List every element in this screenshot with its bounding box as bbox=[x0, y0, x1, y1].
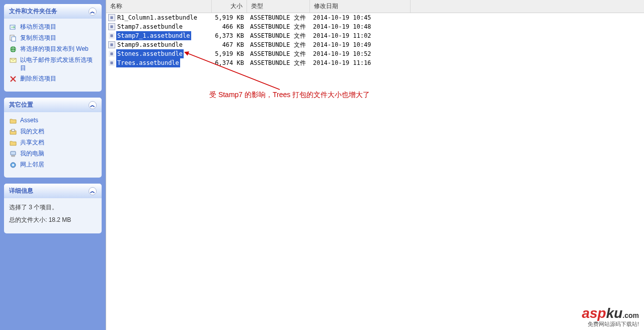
svg-point-10 bbox=[12, 164, 14, 166]
place-label: 我的文档 bbox=[20, 128, 44, 136]
task-delete[interactable]: 删除所选项目 bbox=[9, 73, 97, 85]
place-label: 我的电脑 bbox=[20, 150, 44, 158]
file-type: ASSETBUNDLE 文件 bbox=[247, 58, 310, 67]
chevron-up-icon[interactable]: ︽ bbox=[89, 8, 97, 16]
col-size-header[interactable]: 大小 bbox=[212, 0, 247, 13]
place-label: Assets bbox=[20, 117, 38, 125]
task-label: 以电子邮件形式发送所选项目 bbox=[20, 56, 97, 72]
network-icon bbox=[9, 161, 17, 169]
file-name: Stamp9.assetbundle bbox=[116, 40, 184, 49]
file-type: ASSETBUNDLE 文件 bbox=[247, 49, 310, 58]
file-type: ASSETBUNDLE 文件 bbox=[247, 13, 310, 22]
details-selection-count: 选择了 3 个项目。 bbox=[9, 201, 97, 214]
task-publish[interactable]: 将选择的项目发布到 Web bbox=[9, 44, 97, 55]
task-copy[interactable]: 复制所选项目 bbox=[9, 33, 97, 44]
tasks-body: 移动所选项目 复制所选项目 将选择的项目发布到 Web 以电子邮件形式发送所选项… bbox=[4, 19, 102, 88]
file-row[interactable]: ▦Stamp7.assetbundle466 KBASSETBUNDLE 文件2… bbox=[106, 22, 644, 31]
file-name: Stamp7.assetbundle bbox=[116, 22, 184, 31]
place-assets[interactable]: Assets bbox=[9, 115, 97, 126]
place-network[interactable]: 网上邻居 bbox=[9, 159, 97, 171]
details-header[interactable]: 详细信息 ︽ bbox=[4, 184, 102, 198]
svg-rect-7 bbox=[11, 151, 16, 155]
file-date: 2014-10-19 10:48 bbox=[310, 22, 411, 31]
file-row[interactable]: ▦Stamp9.assetbundle467 KBASSETBUNDLE 文件2… bbox=[106, 40, 644, 49]
email-icon bbox=[9, 56, 17, 64]
file-date: 2014-10-19 10:49 bbox=[310, 40, 411, 49]
chevron-up-icon[interactable]: ︽ bbox=[89, 101, 97, 109]
file-name: Trees.assetbundle bbox=[116, 58, 180, 67]
tasks-header[interactable]: 文件和文件夹任务 ︽ bbox=[4, 4, 102, 19]
publish-icon bbox=[9, 45, 17, 53]
task-label: 将选择的项目发布到 Web bbox=[20, 45, 89, 53]
places-title: 其它位置 bbox=[9, 101, 33, 109]
col-name-header[interactable]: 名称 bbox=[106, 0, 212, 13]
watermark-tagline: 免费网站源码下载站! bbox=[582, 320, 639, 328]
folder-icon bbox=[9, 117, 17, 125]
file-row[interactable]: ▦Stamp7_1.assetbundle6,373 KBASSETBUNDLE… bbox=[106, 31, 644, 40]
file-type: ASSETBUNDLE 文件 bbox=[247, 22, 310, 31]
file-name: R1_Column1.assetbundle bbox=[116, 13, 198, 22]
file-list: ▦R1_Column1.assetbundle5,919 KBASSETBUND… bbox=[106, 13, 644, 67]
task-label: 删除所选项目 bbox=[20, 75, 56, 83]
place-label: 网上邻居 bbox=[20, 161, 44, 169]
place-shared[interactable]: 共享文档 bbox=[9, 137, 97, 148]
places-body: Assets 我的文档 共享文档 我的电脑 网上邻居 bbox=[4, 112, 102, 174]
task-email[interactable]: 以电子邮件形式发送所选项目 bbox=[9, 55, 97, 73]
assetbundle-file-icon: ▦ bbox=[108, 41, 115, 48]
task-move[interactable]: 移动所选项目 bbox=[9, 22, 97, 33]
file-date: 2014-10-19 11:16 bbox=[310, 58, 411, 67]
file-date: 2014-10-19 11:02 bbox=[310, 31, 411, 40]
file-type: ASSETBUNDLE 文件 bbox=[247, 31, 310, 40]
file-size: 5,919 KB bbox=[212, 49, 247, 58]
watermark: aspku.com 免费网站源码下载站! bbox=[582, 306, 639, 328]
delete-icon bbox=[9, 75, 17, 83]
svg-rect-6 bbox=[12, 129, 15, 131]
svg-rect-8 bbox=[12, 155, 15, 156]
tasks-panel: 文件和文件夹任务 ︽ 移动所选项目 复制所选项目 将选择的项目发布到 Web 以… bbox=[4, 4, 102, 92]
file-size: 467 KB bbox=[212, 40, 247, 49]
shared-icon bbox=[9, 139, 17, 147]
move-icon bbox=[9, 23, 17, 31]
place-mydocs[interactable]: 我的文档 bbox=[9, 126, 97, 137]
assetbundle-file-icon: ▦ bbox=[108, 50, 115, 57]
svg-rect-2 bbox=[12, 37, 16, 41]
mydocs-icon bbox=[9, 128, 17, 136]
file-pane: 名称 大小 类型 修改日期 ▦R1_Column1.assetbundle5,9… bbox=[106, 0, 644, 330]
copy-icon bbox=[9, 34, 17, 42]
places-header[interactable]: 其它位置 ︽ bbox=[4, 98, 102, 112]
sidebar: 文件和文件夹任务 ︽ 移动所选项目 复制所选项目 将选择的项目发布到 Web 以… bbox=[0, 0, 106, 330]
col-date-header[interactable]: 修改日期 bbox=[310, 0, 411, 13]
file-name: Stones.assetbundle bbox=[116, 49, 184, 58]
watermark-asp: asp bbox=[582, 305, 606, 321]
file-date: 2014-10-19 10:45 bbox=[310, 13, 411, 22]
place-computer[interactable]: 我的电脑 bbox=[9, 148, 97, 159]
details-panel: 详细信息 ︽ 选择了 3 个项目。 总的文件大小: 18.2 MB bbox=[4, 184, 102, 233]
file-date: 2014-10-19 10:52 bbox=[310, 49, 411, 58]
task-label: 复制所选项目 bbox=[20, 34, 56, 42]
details-body: 选择了 3 个项目。 总的文件大小: 18.2 MB bbox=[4, 198, 102, 229]
computer-icon bbox=[9, 150, 17, 158]
tasks-title: 文件和文件夹任务 bbox=[9, 7, 57, 16]
file-size: 6,373 KB bbox=[212, 31, 247, 40]
file-size: 5,919 KB bbox=[212, 13, 247, 22]
chevron-up-icon[interactable]: ︽ bbox=[89, 187, 97, 195]
watermark-tld: .com bbox=[622, 311, 639, 319]
col-type-header[interactable]: 类型 bbox=[247, 0, 310, 13]
watermark-logo: aspku.com bbox=[582, 306, 639, 320]
file-row[interactable]: ▦Trees.assetbundle6,374 KBASSETBUNDLE 文件… bbox=[106, 58, 644, 67]
task-label: 移动所选项目 bbox=[20, 23, 56, 31]
file-list-header: 名称 大小 类型 修改日期 bbox=[106, 0, 644, 13]
assetbundle-file-icon: ▦ bbox=[108, 59, 115, 66]
details-title: 详细信息 bbox=[9, 187, 33, 195]
file-size: 466 KB bbox=[212, 22, 247, 31]
annotation-text: 受 Stamp7 的影响，Trees 打包的文件大小也增大了 bbox=[209, 91, 370, 100]
file-row[interactable]: ▦Stones.assetbundle5,919 KBASSETBUNDLE 文… bbox=[106, 49, 644, 58]
file-size: 6,374 KB bbox=[212, 58, 247, 67]
file-type: ASSETBUNDLE 文件 bbox=[247, 40, 310, 49]
file-row[interactable]: ▦R1_Column1.assetbundle5,919 KBASSETBUND… bbox=[106, 13, 644, 22]
watermark-ku: ku bbox=[606, 305, 623, 321]
assetbundle-file-icon: ▦ bbox=[108, 23, 115, 30]
file-name: Stamp7_1.assetbundle bbox=[116, 31, 191, 40]
assetbundle-file-icon: ▦ bbox=[108, 32, 115, 39]
details-total-size: 总的文件大小: 18.2 MB bbox=[9, 214, 97, 226]
